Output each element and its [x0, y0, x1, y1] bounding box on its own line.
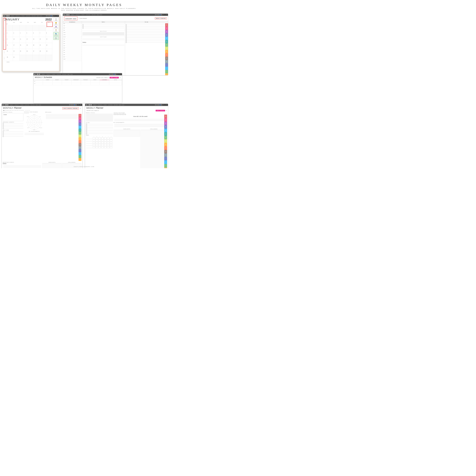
cal-day-cell-w3-d6[interactable]: 22	[46, 43, 52, 49]
habit-cell-r1-d1[interactable]	[96, 140, 98, 141]
wp-tab-jul[interactable]: JUL	[164, 136, 167, 139]
habit-cell-r2-d4[interactable]	[104, 142, 107, 144]
month-jan[interactable]: JAN	[3, 110, 4, 111]
ws-weekly-planner-btn[interactable]: WEEKLY PLANNER	[110, 77, 119, 78]
daily-bookmark-icon[interactable]	[65, 14, 66, 15]
cal-day-cell-w3-d0[interactable]: 16	[6, 43, 13, 49]
habit-cell-r0-d3[interactable]	[101, 137, 104, 139]
nav-fitness[interactable]: FITNESS	[21, 16, 25, 16]
wp-tab-may[interactable]: MAY	[164, 129, 167, 132]
nav-projects[interactable]: PROJECTS	[16, 16, 20, 16]
nav-btn-5[interactable]: 5	[52, 15, 53, 16]
month-apr[interactable]: APR	[8, 110, 10, 111]
tab-dec[interactable]: DEC	[165, 60, 168, 63]
mp-tab-nov[interactable]: NOV	[79, 143, 81, 146]
habit-cell-r4-d4[interactable]	[104, 146, 107, 148]
habit-cell-r0-d2[interactable]	[98, 137, 101, 139]
tab-notes[interactable]: NOTES	[165, 67, 168, 70]
month-jun[interactable]: JUN	[12, 110, 13, 111]
wp-tab-dec[interactable]: DEC	[164, 153, 167, 157]
wp-tab-notes[interactable]: NOTES	[164, 160, 167, 164]
wp-highlights-box[interactable]	[114, 130, 140, 136]
cal-day-cell-w3-d2[interactable]: 18	[19, 43, 26, 49]
daily-nav-wellness[interactable]: WELLNESS	[92, 15, 96, 15]
cal-day-cell-w3-d5[interactable]: 21	[39, 43, 46, 49]
cal-day-cell-w2-d5[interactable]: 14	[39, 37, 46, 43]
icon-steps-grocery[interactable]: 👟 STEPSTRACKER	[53, 32, 59, 36]
habit-cell-r1-d0[interactable]	[93, 140, 95, 141]
mp-tab-dec[interactable]: DEC	[79, 146, 81, 149]
wp-tab-feb[interactable]: FEB	[164, 118, 167, 121]
cal-day-cell-w5-d0[interactable]: 30	[6, 55, 13, 61]
wp-tab-jun[interactable]: JUN	[164, 132, 167, 136]
mp-tab-sep[interactable]: SEP	[79, 137, 81, 140]
mp-tab-do[interactable]: DO	[79, 155, 81, 158]
month-may[interactable]: MAY	[10, 110, 12, 111]
cal-day-cell-w4-d5[interactable]: 28	[39, 49, 46, 55]
cal-day-cell-w3-d3[interactable]: 19	[26, 43, 33, 49]
weekly-overview-button[interactable]: WEEKLY OVERVIEW	[155, 17, 167, 19]
cal-day-cell-w2-d4[interactable]: 13	[33, 37, 39, 43]
habit-cell-r4-d2[interactable]	[98, 146, 101, 148]
cal-day-cell-w4-d1[interactable]: 24	[13, 49, 19, 55]
daily-nav-projects[interactable]: PROJECTS	[76, 15, 80, 15]
cal-day-cell-w1-d5[interactable]: 7	[39, 31, 46, 37]
tab-jan[interactable]: JAN	[165, 23, 168, 27]
mp-challenges-box[interactable]: CHALLENGES	[62, 164, 82, 168]
habit-cell-r4-d6[interactable]	[110, 146, 112, 148]
tab-jul[interactable]: JUL	[165, 43, 168, 47]
month-sep[interactable]: SEP	[17, 110, 18, 111]
cal-day-cell-w2-d2[interactable]: 11	[19, 37, 26, 43]
tab-nov[interactable]: NOV	[165, 57, 168, 60]
main-focus-box[interactable]	[83, 32, 124, 35]
wp-challenges-box[interactable]: CHALLENGES	[141, 130, 167, 168]
cal-day-cell-w1-d4[interactable]: 6	[33, 31, 39, 37]
habit-cell-r2-d5[interactable]	[107, 142, 109, 144]
cal-day-cell-w1-d1[interactable]: 3	[13, 31, 19, 37]
habit-cell-r1-d6[interactable]	[110, 140, 112, 141]
nav-finance[interactable]: FINANCE	[11, 16, 14, 16]
month-mar[interactable]: MAR	[6, 110, 8, 111]
nav-btn-3[interactable]: 3	[49, 15, 50, 16]
nav-yearly[interactable]: YEARLY GOALS	[36, 16, 42, 16]
cal-day-cell-w2-d1[interactable]: 10	[13, 37, 19, 43]
habit-cell-r2-d0[interactable]	[93, 142, 95, 144]
back-to-monthly-btn[interactable]: BACK TO MONTHLY OVERVIEW	[62, 107, 79, 109]
wp-tab-apr[interactable]: APR	[164, 125, 167, 129]
cal-day-cell-w1-d2[interactable]: 4	[19, 31, 26, 37]
habit-cell-r3-d6[interactable]	[110, 144, 112, 146]
mp-tab-jun[interactable]: JUN	[79, 129, 81, 132]
cal-day-cell-w3-d1[interactable]: 17	[13, 43, 19, 49]
wp-tab-oct[interactable]: OCT	[164, 146, 167, 150]
icon-sleep-tracker[interactable]: 😴 SLEEPTRACKER	[53, 22, 59, 25]
cal-day-cell-w4-d3[interactable]: 26	[26, 49, 33, 55]
daily-nav-finance[interactable]: FINANCE	[71, 15, 74, 15]
habit-cell-r1-d3[interactable]	[101, 140, 104, 141]
habit-cell-r4-d0[interactable]	[93, 146, 95, 148]
nav-year2[interactable]: 2022	[56, 15, 58, 16]
cal-day-cell-w5-d1[interactable]: 31	[13, 55, 19, 61]
daily-date-box[interactable]: JANUARY 2022	[64, 17, 77, 20]
tab-aug[interactable]: AUG	[165, 47, 168, 50]
cal-day-cell-w4-d4[interactable]: 27	[33, 49, 39, 55]
habit-cell-r3-d4[interactable]	[104, 144, 107, 146]
mp-goals-box[interactable]: Goals	[3, 113, 23, 121]
bookmark-icon[interactable]	[5, 15, 6, 17]
wp-sched-btn[interactable]: WEEKLY SCHEDULE	[156, 110, 165, 111]
cal-day-cell-w1-d3[interactable]: 5	[26, 31, 33, 37]
cal-week-label-2[interactable]: WEEK 3	[3, 37, 6, 43]
cal-day-cell-w0-d6[interactable]: 1	[46, 25, 52, 31]
cal-day-cell-w4-d0[interactable]: 23	[6, 49, 13, 55]
mp-tab-apr[interactable]: APR	[79, 123, 81, 126]
nav-btn-4[interactable]: 4	[51, 15, 52, 16]
daily-bell-icon[interactable]	[68, 14, 69, 15]
habit-cell-r3-d2[interactable]	[98, 144, 101, 146]
habit-cell-r2-d1[interactable]	[96, 142, 98, 144]
month-jul[interactable]: JUL	[14, 110, 15, 111]
grid-icon[interactable]	[6, 15, 8, 17]
tab-do[interactable]: DO	[165, 70, 168, 73]
habit-cell-r0-d4[interactable]	[104, 137, 107, 139]
mp-highlights-box[interactable]	[42, 164, 62, 168]
cal-week-label-4[interactable]: WEEK 5	[3, 49, 6, 55]
nav-btn-1[interactable]: 1	[46, 15, 47, 16]
